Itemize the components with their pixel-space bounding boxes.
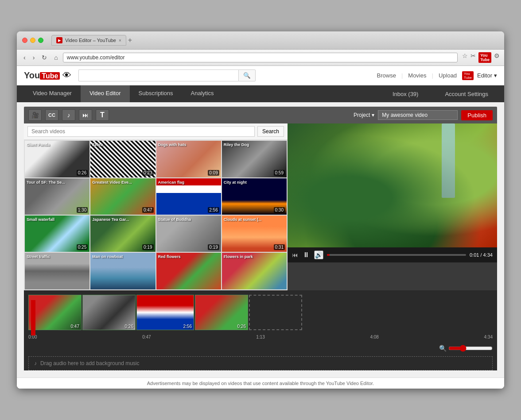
video-thumb-item[interactable]: Small waterfall 0:25 [25, 216, 89, 252]
preview-video [288, 123, 497, 247]
tab-bar: ▶ Video Editor – YouTube × + [51, 35, 499, 46]
text-tool-button[interactable]: T [96, 109, 109, 121]
timeline-clip[interactable]: 2:56 [136, 295, 194, 330]
timeline-clip[interactable]: 0:26 [195, 295, 248, 330]
ruler-label: 4:34 [484, 335, 493, 339]
minimize-button[interactable] [30, 38, 35, 43]
video-thumb-item[interactable]: Flowers in park [222, 253, 287, 289]
zoom-slider[interactable] [448, 345, 493, 352]
video-title: Street traffic [27, 254, 50, 259]
prev-clip-icon[interactable]: ⏮ [292, 251, 298, 258]
search-input[interactable] [78, 69, 238, 81]
browser-tab[interactable]: ▶ Video Editor – YouTube × [51, 35, 126, 46]
video-thumb-item[interactable]: Dogs with hats 0:09 [156, 141, 221, 177]
video-thumb-item[interactable]: Zebra 0:23 [90, 141, 155, 177]
footer-text: Advertisements may be displayed on video… [147, 381, 374, 386]
video-title: Clouds at sunset (... [224, 217, 262, 222]
yt-user-area: YouTube Editor ▾ [462, 71, 497, 80]
time-display: 0:01 / 4:34 [470, 252, 493, 258]
yt-logo[interactable]: YouTube 👁 [24, 70, 71, 81]
close-button[interactable] [22, 38, 27, 43]
tools-icon[interactable]: ✂ [470, 52, 476, 63]
video-thumb-item[interactable]: American flag 2:56 [156, 178, 221, 215]
timeline-clip[interactable]: 0:26 [82, 295, 136, 330]
transition-tool-button[interactable]: ⏭ [79, 109, 92, 121]
project-arrow-icon: ▾ [372, 112, 374, 118]
video-search-button[interactable]: Search [257, 126, 284, 137]
forward-button[interactable]: › [31, 53, 37, 62]
yt-logo-text: YouTube [24, 70, 60, 81]
tab-analytics[interactable]: Analytics [182, 85, 223, 102]
video-title: Zebra [92, 143, 103, 147]
tab-video-editor[interactable]: Video Editor [81, 85, 130, 102]
address-bar[interactable] [63, 53, 458, 62]
tab-subscriptions[interactable]: Subscriptions [130, 85, 182, 102]
project-name-input[interactable] [378, 110, 458, 120]
yt-logo-you: You [24, 70, 40, 80]
star-icon[interactable]: ☆ [462, 52, 468, 63]
ruler-label: 0:47 [142, 335, 151, 339]
ruler-labels: 0:000:471:134:084:34 [24, 334, 497, 343]
timeline-clip[interactable]: 0:47 [28, 295, 82, 330]
video-grid: Giant Panda 0:26 Zebra 0:23 Dogs with ha… [24, 140, 288, 290]
video-duration: 0:23 [142, 170, 153, 176]
upload-link[interactable]: Upload [439, 72, 457, 79]
text-icon: T [100, 111, 105, 119]
video-duration: 0:31 [274, 244, 285, 250]
audio-track[interactable]: ♪ Drag audio here to add background musi… [28, 356, 493, 370]
reload-button[interactable]: ↻ [39, 53, 49, 62]
camera-tool-button[interactable]: 🎥 [28, 109, 42, 121]
video-thumb-item[interactable]: Man on rowboat [90, 253, 155, 289]
zoom-control: 🔍 [24, 343, 497, 354]
project-label: Project [354, 112, 370, 118]
timeline-drop-zone[interactable] [249, 295, 302, 330]
volume-button[interactable]: 🔊 [314, 250, 323, 259]
traffic-lights [22, 38, 43, 43]
video-title: Tour of SF: The Se... [27, 180, 65, 185]
search-button[interactable]: 🔍 [238, 69, 256, 81]
maximize-button[interactable] [38, 38, 43, 43]
publish-button[interactable]: Publish [461, 110, 493, 120]
tab-video-manager[interactable]: Video Manager [24, 85, 81, 102]
timeline-panel: 0:470:262:560:26 0:000:471:134:084:34 🔍 [24, 290, 497, 370]
video-thumb-item[interactable]: Statue of Buddha 0:19 [156, 216, 221, 252]
timeline-ruler [24, 330, 497, 334]
play-pause-button[interactable]: ⏸ [302, 250, 311, 260]
video-thumb-item[interactable]: Giant Panda 0:26 [25, 141, 89, 177]
video-thumb-item[interactable]: Greatest Video Eve... 0:47 [90, 178, 155, 215]
tab-inbox[interactable]: Inbox (39) [384, 86, 428, 102]
home-button[interactable]: ⌂ [52, 53, 60, 62]
video-thumb-item[interactable]: Street traffic [25, 253, 89, 289]
project-dropdown[interactable]: Project ▾ [354, 112, 374, 118]
tab-account-settings[interactable]: Account Settings [436, 86, 497, 102]
video-thumb-item[interactable]: Red flowers [156, 253, 221, 289]
playback-bar[interactable] [327, 254, 466, 256]
caption-tool-button[interactable]: CC [45, 109, 58, 121]
tab-close-icon[interactable]: × [119, 38, 121, 43]
video-thumb-item[interactable]: Tour of SF: The Se... 1:30 [25, 178, 89, 215]
video-thumb-item[interactable]: City at night 0:30 [222, 178, 287, 215]
video-list-panel: Search Giant Panda 0:26 Zebra 0:23 Dogs … [24, 123, 288, 290]
video-thumb-item[interactable]: Clouds at sunset (... 0:31 [222, 216, 287, 252]
video-thumb-item[interactable]: Riley the Dog 0:59 [222, 141, 287, 177]
editor-button[interactable]: Editor ▾ [477, 72, 497, 79]
yt-icon: YouTube [478, 52, 491, 63]
camera-icon: 🎥 [31, 112, 39, 119]
yt-header: YouTube 👁 🔍 Browse | Movies | Upload You… [17, 66, 504, 85]
search-container: 🔍 [78, 69, 256, 81]
new-tab-button[interactable]: + [128, 36, 132, 44]
browse-link[interactable]: Browse [377, 72, 396, 79]
transition-icon: ⏭ [82, 112, 89, 119]
settings-icon[interactable]: ⚙ [494, 52, 500, 63]
movies-link[interactable]: Movies [408, 72, 426, 79]
video-thumb-item[interactable]: Japanese Tea Gar... 0:19 [90, 216, 155, 252]
browser-window: ▶ Video Editor – YouTube × + ‹ › ↻ ⌂ ☆ ✂… [17, 31, 504, 388]
music-tool-button[interactable]: ♪ [62, 109, 75, 121]
video-title: Red flowers [158, 254, 181, 259]
current-time: 0:01 [470, 252, 479, 258]
back-button[interactable]: ‹ [21, 53, 28, 62]
nav-icons: ☆ ✂ YouTube ⚙ [462, 52, 500, 63]
video-search-input[interactable] [27, 126, 255, 137]
editor-arrow-icon: ▾ [494, 72, 497, 79]
preview-controls: ⏮ ⏸ 🔊 0:01 / 4:34 [288, 247, 497, 262]
